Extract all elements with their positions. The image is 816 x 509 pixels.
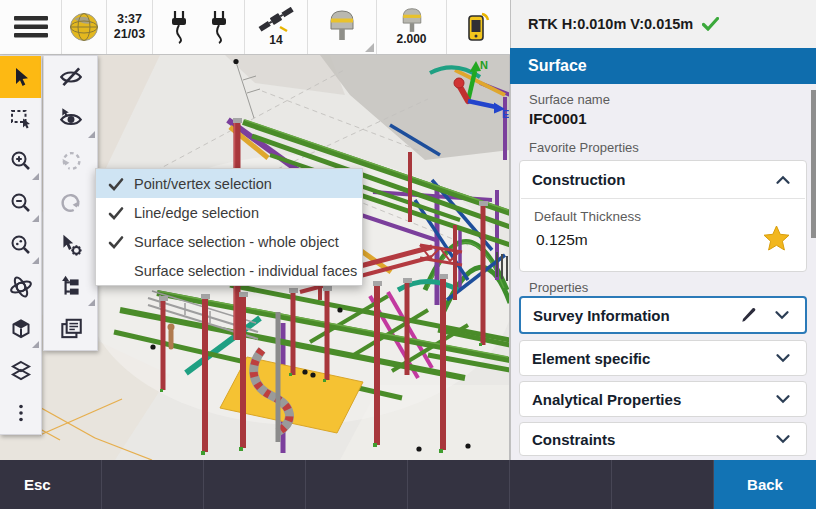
star-icon[interactable] — [763, 225, 790, 251]
gnss-receiver-icon — [327, 9, 357, 45]
construction-card-header[interactable]: Construction — [520, 161, 806, 198]
show-only-button[interactable] — [44, 98, 97, 140]
plug-icon — [208, 10, 230, 44]
more-tools-button[interactable] — [0, 392, 41, 434]
top-status-bar: 3:37 21/03 — [0, 0, 510, 55]
construction-card: Construction Default Thickness 0.125m — [519, 160, 807, 272]
selection-context-menu: Point/vertex selection Line/edge selecti… — [95, 168, 363, 286]
panel-title: Surface — [528, 57, 587, 75]
softkey-7[interactable] — [612, 460, 714, 509]
map-layers-button[interactable] — [62, 0, 107, 54]
check-icon — [108, 206, 134, 220]
show-eye-icon — [58, 106, 84, 132]
zoom-window-icon — [9, 233, 33, 257]
panel-title-bar: Surface — [510, 48, 816, 84]
undo-icon — [58, 148, 84, 174]
softkey-2[interactable] — [102, 460, 204, 509]
softkey-4[interactable] — [306, 460, 408, 509]
chevron-down-icon — [771, 304, 793, 326]
rtk-status-bar[interactable]: RTK H:0.010m V:0.015m — [510, 0, 816, 48]
globe-icon — [68, 11, 100, 43]
esc-label: Esc — [24, 476, 51, 493]
softkey-6[interactable] — [510, 460, 612, 509]
satellite-count-label: 14 — [269, 34, 282, 47]
menu-icon — [14, 14, 48, 40]
menu-item-surface-selection-faces[interactable]: Surface selection - individual faces — [96, 256, 362, 285]
antenna-height-button[interactable]: 2.000 — [377, 0, 447, 54]
surface-name-label: Surface name — [529, 92, 610, 107]
antenna-height-label: 2.000 — [396, 33, 426, 46]
satellites-button[interactable]: 14 — [245, 0, 308, 54]
softkey-bar: Esc Back — [0, 460, 816, 509]
back-button[interactable]: Back — [714, 460, 816, 509]
chevron-up-icon — [772, 169, 794, 191]
esc-button[interactable]: Esc — [0, 460, 102, 509]
thickness-label: Default Thickness — [534, 209, 641, 224]
zoom-in-button[interactable] — [0, 140, 41, 182]
thickness-value: 0.125m — [536, 231, 588, 249]
group-constraints[interactable]: Constraints — [519, 422, 807, 456]
group-element-specific[interactable]: Element specific — [519, 340, 807, 376]
pencil-icon[interactable] — [739, 305, 759, 325]
hide-button[interactable] — [44, 56, 97, 98]
visibility-toolbar — [43, 55, 98, 351]
orbit-button[interactable] — [0, 266, 41, 308]
check-icon — [108, 235, 134, 249]
hide-eye-icon — [58, 64, 84, 90]
chevron-down-icon — [772, 428, 794, 450]
chevron-down-icon — [772, 347, 794, 369]
group-title: Constraints — [532, 431, 615, 448]
properties-label: Properties — [529, 280, 588, 295]
time-label: 3:37 — [117, 12, 142, 27]
plug-icon — [168, 10, 190, 44]
selection-options-button[interactable] — [44, 224, 97, 266]
connections-button[interactable] — [153, 0, 245, 54]
select-cursor-icon — [9, 65, 33, 89]
menu-item-label: Surface selection - individual faces — [134, 263, 357, 279]
group-survey-information[interactable]: Survey Information — [519, 296, 807, 334]
menu-item-line-edge-selection[interactable]: Line/edge selection — [96, 198, 362, 227]
more-ellipsis-icon — [9, 401, 33, 425]
menu-item-surface-selection-whole[interactable]: Surface selection - whole object — [96, 227, 362, 256]
menu-item-label: Point/vertex selection — [134, 176, 272, 192]
check-icon — [108, 177, 134, 191]
layers-button[interactable] — [0, 350, 41, 392]
controller-button[interactable] — [447, 0, 510, 54]
tree-view-icon — [58, 274, 84, 300]
layers-icon — [9, 359, 33, 383]
copy-list-button[interactable] — [44, 308, 97, 350]
success-check-icon — [702, 17, 719, 31]
redo-button[interactable] — [44, 182, 97, 224]
favorite-properties-label: Favorite Properties — [529, 140, 639, 155]
tree-view-button[interactable] — [44, 266, 97, 308]
receiver-button[interactable] — [308, 0, 377, 54]
marquee-select-button[interactable] — [0, 98, 41, 140]
gnss-receiver-icon — [400, 7, 424, 32]
softkey-3[interactable] — [204, 460, 306, 509]
group-title: Element specific — [532, 350, 650, 367]
menu-button[interactable] — [0, 0, 62, 54]
view-cube-button[interactable] — [0, 308, 41, 350]
chevron-down-icon — [772, 388, 794, 410]
group-analytical-properties[interactable]: Analytical Properties — [519, 381, 807, 417]
copy-list-icon — [58, 316, 84, 342]
menu-item-label: Line/edge selection — [134, 205, 259, 221]
rtk-status-label: RTK H:0.010m V:0.015m — [528, 16, 693, 32]
construction-title: Construction — [532, 171, 625, 188]
menu-item-label: Surface selection - whole object — [134, 234, 339, 250]
orbit-icon — [8, 274, 34, 300]
compass-north-label: N — [480, 59, 488, 71]
back-label: Back — [747, 476, 783, 493]
menu-item-point-vertex-selection[interactable]: Point/vertex selection — [96, 169, 362, 198]
panel-scrollbar[interactable] — [811, 90, 816, 238]
select-tool-button[interactable] — [0, 56, 41, 98]
softkey-5[interactable] — [408, 460, 510, 509]
zoom-out-button[interactable] — [0, 182, 41, 224]
time-date-button[interactable]: 3:37 21/03 — [107, 0, 153, 54]
date-label: 21/03 — [114, 27, 145, 42]
undo-button[interactable] — [44, 140, 97, 182]
selection-options-icon — [58, 232, 84, 258]
zoom-in-icon — [9, 149, 33, 173]
zoom-window-button[interactable] — [0, 224, 41, 266]
app-window: N E 2m Trimble. Maps — [0, 0, 816, 509]
